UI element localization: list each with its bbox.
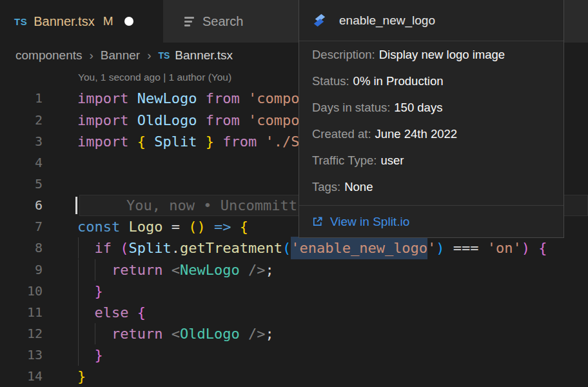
code-text: import OldLogo from 'compo <box>77 110 299 131</box>
line-number: 7 <box>0 216 43 237</box>
breadcrumb-label: Banner <box>101 48 140 63</box>
codelens-annotation[interactable]: You, 1 second ago | 1 author (You) <box>78 72 231 83</box>
code-text: } <box>77 366 86 387</box>
code-token: /> <box>240 262 266 278</box>
line-number: 9 <box>0 259 43 281</box>
line-number: 3 <box>0 131 43 152</box>
line-number: 2 <box>0 110 43 131</box>
flag-field-description-: Description:Display new logo image <box>312 47 551 63</box>
code-text: const Logo = () => { <box>77 216 248 237</box>
code-token: { <box>137 304 146 321</box>
flag-field-created-at-: Created at:June 24th 2022 <box>312 126 551 142</box>
external-link-icon <box>311 215 324 228</box>
code-token: < <box>172 326 180 342</box>
code-token: import <box>77 112 137 128</box>
git-modified-badge: M <box>103 14 113 28</box>
code-token: . <box>172 240 180 256</box>
code-token: { <box>240 219 248 235</box>
code-token: 'compo <box>248 90 299 106</box>
code-token <box>77 326 112 342</box>
field-value: 150 days <box>394 101 442 114</box>
code-token: => <box>206 219 240 235</box>
code-text: } <box>77 281 103 302</box>
tab-search[interactable]: Search <box>163 0 243 43</box>
flag-name: enable_new_logo <box>339 14 435 28</box>
field-label: Status: <box>312 74 349 88</box>
tab-title: Banner.tsx <box>34 14 95 29</box>
line-number: 12 <box>0 323 43 344</box>
code-token: from <box>214 134 265 150</box>
code-token: import <box>77 134 137 150</box>
typescript-icon: TS <box>158 50 170 61</box>
code-token: if <box>95 240 121 256</box>
git-blame-annotation: You, now • Uncommitt <box>126 195 297 216</box>
line-number: 4 <box>0 152 43 174</box>
code-text: import { Split } from './S <box>77 131 299 152</box>
breadcrumb-label: Banner.tsx <box>175 48 233 63</box>
code-token: } <box>77 368 86 384</box>
code-line-13[interactable]: 13 } <box>0 344 588 366</box>
code-token <box>77 262 112 278</box>
breadcrumb-label: components <box>15 48 83 63</box>
code-token: ; <box>265 326 273 342</box>
code-line-8[interactable]: 8 if (Split.getTreatment('enable_new_log… <box>0 237 588 259</box>
code-token: { <box>538 240 547 256</box>
code-token: { <box>137 134 146 150</box>
code-token <box>77 283 95 299</box>
flag-details: Description:Display new logo imageStatus… <box>299 41 564 206</box>
code-token: from <box>197 90 248 106</box>
code-token <box>530 240 538 256</box>
code-token: 'compo <box>248 112 299 128</box>
code-token: /> <box>240 326 266 342</box>
tooltip-footer: View in Split.io <box>299 205 564 237</box>
code-line-14[interactable]: 14} <box>0 366 588 387</box>
field-label: Traffic Type: <box>312 154 377 167</box>
code-token: ; <box>265 262 273 278</box>
code-token: < <box>172 262 180 278</box>
code-token: Logo <box>128 219 162 235</box>
field-label: Description: <box>312 48 375 61</box>
code-token: ) <box>522 240 530 256</box>
code-token: OldLogo <box>180 326 240 342</box>
line-number: 6 <box>0 195 43 216</box>
field-value: Display new logo image <box>379 48 505 61</box>
code-text: } <box>77 344 103 366</box>
field-value: None <box>344 180 373 194</box>
breadcrumb-item-banner[interactable]: Banner <box>101 48 140 63</box>
code-token: === <box>445 240 487 256</box>
line-number: 8 <box>0 237 43 259</box>
flag-field-status-: Status:0% in Production <box>312 74 551 89</box>
breadcrumb: components›Banner›TSBanner.tsx <box>0 43 233 68</box>
breadcrumb-item-components[interactable]: components <box>15 48 83 63</box>
flag-field-days-in-status-: Days in status:150 days <box>312 100 551 115</box>
code-token: getTreatment <box>180 240 282 256</box>
code-text: else { <box>77 302 146 323</box>
code-token: ) <box>436 240 444 256</box>
code-token <box>77 347 95 363</box>
code-token <box>77 304 95 321</box>
tab-banner-tsx[interactable]: TS Banner.tsx M <box>0 0 163 43</box>
code-line-10[interactable]: 10 } <box>0 281 588 302</box>
code-line-9[interactable]: 9 return <NewLogo />; <box>0 259 588 281</box>
line-number: 11 <box>0 302 43 323</box>
view-in-splitio-link[interactable]: View in Split.io <box>330 215 409 229</box>
code-line-11[interactable]: 11 else { <box>0 302 588 323</box>
code-token: else <box>95 304 137 321</box>
code-token: } <box>95 283 103 299</box>
unsaved-dot-icon[interactable] <box>124 17 133 26</box>
field-label: Tags: <box>312 180 340 194</box>
code-text: import NewLogo from 'compo <box>77 88 299 109</box>
breadcrumb-item-banner-tsx[interactable]: TSBanner.tsx <box>158 48 233 63</box>
splitio-logo-icon <box>311 12 328 29</box>
line-number: 13 <box>0 344 43 366</box>
tooltip-header: enable_new_logo <box>299 0 564 41</box>
code-token: from <box>197 112 248 128</box>
flag-field-tags-: Tags:None <box>312 179 551 195</box>
code-line-12[interactable]: 12 return <OldLogo />; <box>0 323 588 344</box>
code-token: 'on' <box>487 240 522 256</box>
code-token: './S <box>265 134 299 150</box>
flag-field-traffic-type-: Traffic Type:user <box>312 153 551 168</box>
code-token <box>77 240 95 256</box>
text-cursor-icon <box>75 197 77 214</box>
code-text: return <OldLogo />; <box>77 323 274 344</box>
